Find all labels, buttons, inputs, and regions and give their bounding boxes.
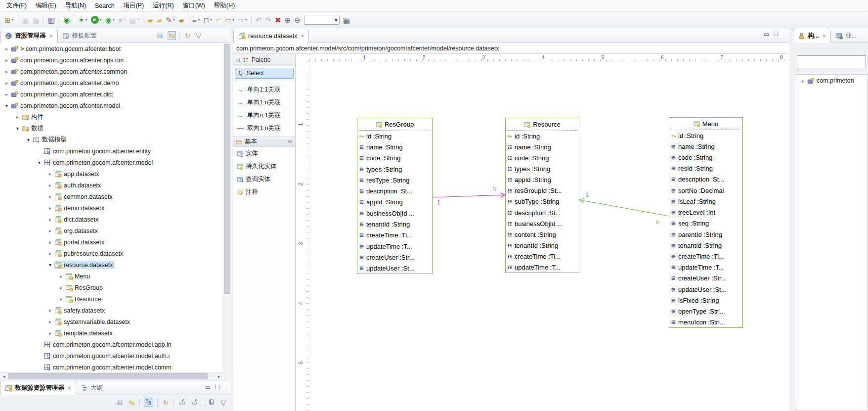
folder-import-icon[interactable]: ▰ bbox=[177, 14, 186, 26]
entity-attribute[interactable]: resGroupId :St... bbox=[506, 185, 579, 196]
tree-item[interactable]: ▸common.datasetx bbox=[0, 191, 223, 202]
collapse-all-icon[interactable]: ⊟ bbox=[156, 32, 164, 40]
tree-item[interactable]: ▸com.primeton.gocom.afcenter.demo bbox=[0, 77, 223, 89]
tree-item[interactable]: ▾com.primeton.gocom.afcenter.model bbox=[0, 157, 223, 168]
palette-header[interactable]: ◁ Palette bbox=[233, 54, 295, 66]
entity-attribute[interactable]: id :String bbox=[357, 131, 432, 141]
expand-arrow-icon[interactable]: ▸ bbox=[3, 57, 10, 63]
stop-icon[interactable]: ■▾ bbox=[117, 14, 127, 26]
tree-item[interactable]: com.primeton.gocom.afcenter.model.comm bbox=[0, 362, 223, 372]
palette-collapse-icon[interactable]: ◁ bbox=[236, 57, 240, 63]
new-wizard-icon[interactable]: ⊞▾ bbox=[3, 14, 15, 26]
entity-attribute[interactable]: code :String bbox=[357, 153, 432, 164]
entity-header[interactable]: Menu bbox=[670, 118, 741, 130]
entity-menu[interactable]: Menuid :Stringname :Stringcode :Stringre… bbox=[669, 117, 743, 328]
minimize-icon[interactable]: ▭ bbox=[205, 384, 211, 391]
expand-arrow-icon[interactable]: ▸ bbox=[46, 308, 54, 313]
zoom-out-icon[interactable]: ⊖ bbox=[293, 14, 302, 26]
folder-icon[interactable]: ▰ bbox=[155, 14, 164, 26]
scroll-right-icon[interactable]: ▸ bbox=[215, 374, 223, 379]
tab-outline[interactable]: 大纲 bbox=[76, 381, 107, 395]
last-edit-icon[interactable]: ⇦ bbox=[214, 14, 223, 26]
run-icon[interactable]: ▶▾ bbox=[89, 14, 103, 26]
forward-icon[interactable]: ⇨▾ bbox=[236, 14, 249, 26]
entity-attribute[interactable]: tenantId :String bbox=[669, 240, 742, 251]
expand-arrow-icon[interactable]: ▾ bbox=[3, 103, 10, 108]
palette-tool-relation-1[interactable]: →单向1:n关联 bbox=[233, 96, 295, 109]
expand-arrow-icon[interactable]: ▾ bbox=[14, 126, 21, 131]
entity-attribute[interactable]: name :String bbox=[669, 141, 742, 152]
terminate-power-icon[interactable]: ◉ bbox=[62, 14, 71, 26]
expand-arrow-icon[interactable]: ▾ bbox=[46, 262, 54, 268]
entity-attribute[interactable]: parentId :String bbox=[669, 229, 742, 240]
tree-item[interactable]: ▾com.primeton.gocom.afcenter.model bbox=[0, 100, 223, 111]
sash-bottom[interactable] bbox=[0, 380, 231, 381]
import-icon[interactable] bbox=[178, 398, 186, 407]
expand-arrow-icon[interactable]: ▸ bbox=[57, 296, 65, 302]
expand-arrow-icon[interactable]: ▸ bbox=[57, 274, 65, 279]
tree-item[interactable]: ▾数据模型 bbox=[0, 134, 223, 145]
tree-item[interactable]: com.primeton.gocom.afcenter.entity bbox=[0, 145, 223, 157]
tab-resource-explorer[interactable]: 资源管理器 × bbox=[0, 29, 58, 43]
menu-chevron-icon[interactable]: ▽ bbox=[219, 399, 227, 407]
tab-business[interactable]: 业... bbox=[831, 29, 861, 43]
tree-item[interactable]: ▸template.datasetx bbox=[0, 327, 223, 339]
module-tree-item[interactable]: ▸com.primeton bbox=[795, 75, 868, 87]
brush-icon[interactable]: ✎▾ bbox=[164, 14, 176, 26]
refresh-icon[interactable]: ↻ bbox=[183, 32, 191, 40]
expand-arrow-icon[interactable]: ▸ bbox=[3, 69, 10, 74]
open-folder-icon[interactable]: ▰ bbox=[146, 14, 155, 26]
entity-attribute[interactable]: appId :String bbox=[357, 197, 432, 208]
delete-icon[interactable]: ✖ bbox=[273, 14, 283, 26]
tree-item[interactable]: ▸safety.datasetx bbox=[0, 305, 223, 316]
scroll-left-icon[interactable]: ◂ bbox=[0, 374, 8, 379]
entity-attribute[interactable]: appId :String bbox=[506, 175, 579, 185]
minimize-icon[interactable]: ▭ bbox=[764, 31, 769, 38]
entity-resgroup[interactable]: ResGroupid :Stringname :Stringcode :Stri… bbox=[357, 118, 433, 274]
expand-arrow-icon[interactable]: ▸ bbox=[46, 205, 54, 211]
entity-attribute[interactable]: content :String bbox=[506, 229, 579, 240]
entity-attribute[interactable]: resId :String bbox=[669, 163, 742, 174]
tree-item[interactable]: ▸构件 bbox=[0, 111, 223, 123]
palette-tool-entity[interactable]: 持久化实体 bbox=[233, 160, 295, 173]
palette-tool-select[interactable]: Select bbox=[235, 68, 294, 79]
expand-arrow-icon[interactable]: ▸ bbox=[46, 330, 54, 336]
entity-attribute[interactable]: businessObjId ... bbox=[357, 208, 432, 219]
expand-arrow-icon[interactable]: ▸ bbox=[46, 319, 54, 324]
expand-arrow-icon[interactable]: ▸ bbox=[46, 251, 54, 256]
entity-attribute[interactable]: updateTime :T... bbox=[669, 262, 742, 273]
palette-tool-table-q[interactable]: 查询实体 bbox=[233, 173, 295, 185]
expand-arrow-icon[interactable]: ▸ bbox=[46, 239, 54, 245]
tab-resource-datasetx[interactable]: resource.datasetx × bbox=[233, 29, 309, 43]
palette-tool-table-plain[interactable]: 实体 bbox=[233, 147, 295, 160]
relaunch-icon[interactable]: ▤▾ bbox=[128, 14, 140, 26]
expand-arrow-icon[interactable]: ▸ bbox=[3, 80, 10, 86]
link-editor-icon[interactable]: ⇆ bbox=[128, 399, 136, 407]
entity-attribute[interactable]: isLeaf :String bbox=[669, 196, 742, 207]
maximize-icon[interactable]: ☐ bbox=[215, 384, 220, 391]
window-nav-icon[interactable]: ⊓▾ bbox=[202, 14, 214, 26]
close-icon[interactable]: × bbox=[301, 33, 304, 40]
tree-vscrollbar[interactable] bbox=[223, 43, 231, 372]
entity-attribute[interactable]: tenantId :String bbox=[357, 219, 432, 229]
expand-arrow-icon[interactable]: ▸ bbox=[3, 91, 10, 97]
back-icon[interactable]: ⇦▾ bbox=[224, 14, 236, 26]
tree-item[interactable]: ▸com.primeton.gocom.afcenter.bps.om bbox=[0, 54, 223, 66]
entity-header[interactable]: ResGroup bbox=[358, 118, 431, 131]
pin-icon[interactable]: ≪ bbox=[287, 138, 293, 145]
diagram-canvas[interactable]: 012345678 1n1nResGroupid :Stringname :St… bbox=[309, 54, 789, 411]
tree-item[interactable]: ▸org.datasetx bbox=[0, 225, 223, 236]
save-icon[interactable]: ▣ bbox=[21, 14, 31, 26]
view-menu-icon[interactable]: ▽ bbox=[195, 32, 202, 40]
link-editor-icon[interactable]: ⇆ bbox=[168, 31, 176, 40]
entity-attribute[interactable]: name :String bbox=[357, 141, 432, 152]
close-icon[interactable]: × bbox=[49, 33, 53, 40]
entity-attribute[interactable]: name :String bbox=[506, 141, 579, 152]
entity-attribute[interactable]: updateUser :St... bbox=[669, 284, 742, 295]
entity-attribute[interactable]: createTime :Ti... bbox=[506, 251, 579, 262]
expand-arrow-icon[interactable]: ▸ bbox=[46, 228, 54, 233]
entity-attribute[interactable]: description :St... bbox=[669, 174, 742, 185]
undo-icon[interactable]: ↶ bbox=[254, 14, 263, 26]
zoom-level-combo[interactable]: ▾ bbox=[304, 15, 340, 25]
vscroll-thumb[interactable] bbox=[224, 44, 230, 294]
